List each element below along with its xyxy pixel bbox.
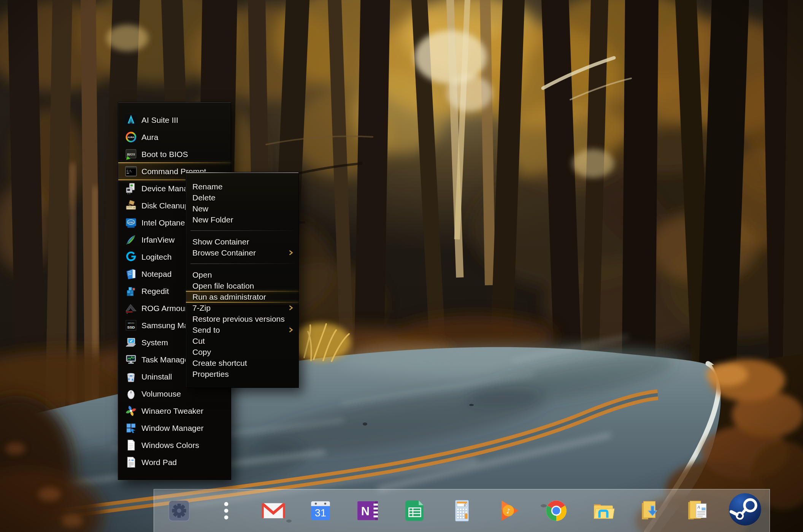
windows-colors-icon: [125, 439, 137, 451]
dock-item-calculator[interactable]: 0: [449, 498, 474, 523]
app-menu-item-word-pad[interactable]: AWord Pad: [118, 454, 231, 471]
context-menu-item-label: Rename: [192, 182, 222, 191]
samsung-magician-icon: SAMSUNGSSD: [125, 319, 137, 332]
app-menu-item-label: Aura: [141, 133, 158, 142]
dock-item-steam[interactable]: [732, 498, 757, 523]
submenu-arrow-icon: [289, 249, 293, 256]
desktop: AI Suite IIIAURAAuraBIOSBoot to BIOSC:\C…: [0, 0, 803, 532]
logitech-icon: [125, 251, 137, 263]
ai-suite-icon: [125, 114, 137, 126]
context-menu-item-open[interactable]: Open: [186, 269, 298, 280]
documents-folder-icon: A: [685, 498, 710, 523]
dock-item-gmail[interactable]: [261, 498, 286, 523]
task-manager-icon: [125, 353, 137, 366]
uninstall-icon: [125, 370, 137, 383]
file-explorer-icon: [591, 498, 616, 523]
app-menu-item-label: Window Manager: [141, 424, 203, 433]
context-menu-item-open-file-location[interactable]: Open file location: [186, 280, 298, 291]
context-menu-item-label: Cut: [192, 337, 205, 346]
dock-item-sheets[interactable]: [402, 498, 427, 523]
dock-item-settings[interactable]: [167, 498, 192, 523]
app-menu-item-label: IrfanView: [141, 235, 175, 245]
context-menu-item-new[interactable]: New: [186, 203, 298, 214]
context-menu-item-send-to[interactable]: Send to: [186, 324, 298, 335]
context-menu-item-cut[interactable]: Cut: [186, 335, 298, 346]
aura-icon: AURA: [125, 131, 137, 143]
command-prompt-icon: C:\: [125, 165, 137, 178]
app-menu-item-aura[interactable]: AURAAura: [118, 129, 231, 146]
context-menu-item-label: Copy: [192, 348, 211, 357]
settings-gear-icon: [167, 498, 192, 523]
app-menu-item-label: Windows Colors: [141, 441, 199, 450]
context-menu-item-label: New Folder: [192, 215, 233, 224]
svg-text:31: 31: [315, 507, 326, 519]
app-menu-item-label: Volumouse: [141, 389, 181, 399]
dock-item-documents[interactable]: A: [685, 498, 710, 523]
svg-text:A: A: [697, 505, 700, 509]
context-menu-item-7-zip[interactable]: 7-Zip: [186, 302, 298, 313]
context-menu-item-copy[interactable]: Copy: [186, 346, 298, 357]
context-menu-item-properties[interactable]: Properties: [186, 368, 298, 380]
word-pad-icon: A: [125, 456, 137, 468]
notepad-icon: [125, 268, 137, 280]
app-menu-item-label: ROG Armoury: [141, 304, 192, 313]
svg-text:N: N: [361, 505, 370, 518]
winaero-tweaker-icon: [125, 405, 137, 417]
svg-text:SSD: SSD: [127, 325, 135, 329]
dock-item-calendar[interactable]: 31: [308, 498, 333, 523]
system-icon: [125, 336, 137, 349]
dock-item-play-music[interactable]: ♪: [497, 498, 522, 523]
context-menu-item-restore-previous-versions[interactable]: Restore previous versions: [186, 313, 298, 324]
dock-item-downloads[interactable]: [638, 498, 663, 523]
app-menu-item-label: Intel Optane: [141, 218, 185, 227]
dock-item-file-explorer[interactable]: [591, 498, 616, 523]
onenote-icon: N: [355, 498, 380, 523]
app-menu-item-winaero-tweaker[interactable]: Winaero Tweaker: [118, 402, 231, 419]
app-menu-item-windows-colors[interactable]: Windows Colors: [118, 437, 231, 454]
context-menu-item-delete[interactable]: Delete: [186, 192, 298, 203]
context-menu-item-label: Send to: [192, 326, 220, 335]
context-menu-item-label: Open file location: [192, 281, 254, 291]
context-menu-item-show-container[interactable]: Show Container: [186, 236, 298, 247]
app-menu-item-label: Disk Cleanup: [141, 201, 189, 210]
context-menu-item-label: 7-Zip: [192, 303, 211, 313]
app-menu-item-label: Logitech: [141, 253, 171, 262]
app-menu-item-label: Regedit: [141, 287, 169, 296]
regedit-icon: [125, 285, 137, 297]
context-menu-item-label: Browse Container: [192, 248, 256, 257]
svg-text:A: A: [128, 458, 130, 462]
svg-text:BIOS: BIOS: [127, 152, 135, 156]
calendar-icon: 31: [308, 498, 333, 523]
overflow-dots-icon: [214, 498, 239, 523]
context-menu-item-label: Run as administrator: [192, 292, 266, 302]
context-menu-item-label: Restore previous versions: [192, 314, 285, 324]
app-menu-item-boot-to-bios[interactable]: BIOSBoot to BIOS: [118, 146, 231, 163]
app-menu-item-label: System: [141, 338, 168, 347]
context-menu-item-create-shortcut[interactable]: Create shortcut: [186, 357, 298, 368]
dock-item-chrome[interactable]: [544, 498, 569, 523]
rog-armoury-icon: [125, 302, 137, 314]
play-music-icon: ♪: [497, 498, 522, 523]
app-menu-item-window-manager[interactable]: Window Manager: [118, 419, 231, 437]
app-menu-item-label: Winaero Tweaker: [141, 407, 203, 416]
steam-icon: [727, 494, 763, 528]
app-menu-item-ai-suite-iii[interactable]: AI Suite III: [118, 111, 231, 129]
dock-item-onenote[interactable]: N: [355, 498, 380, 523]
context-menu-item-label: Properties: [192, 370, 229, 379]
device-manager-icon: [125, 182, 137, 195]
context-menu-item-rename[interactable]: Rename: [186, 181, 298, 192]
context-menu: RenameDeleteNewNew FolderShow ContainerB…: [186, 172, 299, 388]
app-menu-item-label: Uninstall: [141, 372, 172, 381]
context-menu-item-run-as-administrator[interactable]: Run as administrator: [186, 291, 298, 302]
volumouse-icon: [125, 387, 137, 400]
submenu-arrow-icon: [289, 327, 293, 333]
context-menu-item-browse-container[interactable]: Browse Container: [186, 247, 298, 258]
dock-item-more-options[interactable]: [214, 498, 239, 523]
app-menu-item-label: Notepad: [141, 270, 171, 279]
menu-separator: [190, 264, 293, 264]
context-menu-item-label: Create shortcut: [192, 359, 247, 368]
calculator-icon: 0: [449, 498, 474, 523]
svg-text:SAMSUNG: SAMSUNG: [128, 322, 135, 324]
menu-separator: [190, 230, 293, 231]
context-menu-item-new-folder[interactable]: New Folder: [186, 214, 298, 225]
